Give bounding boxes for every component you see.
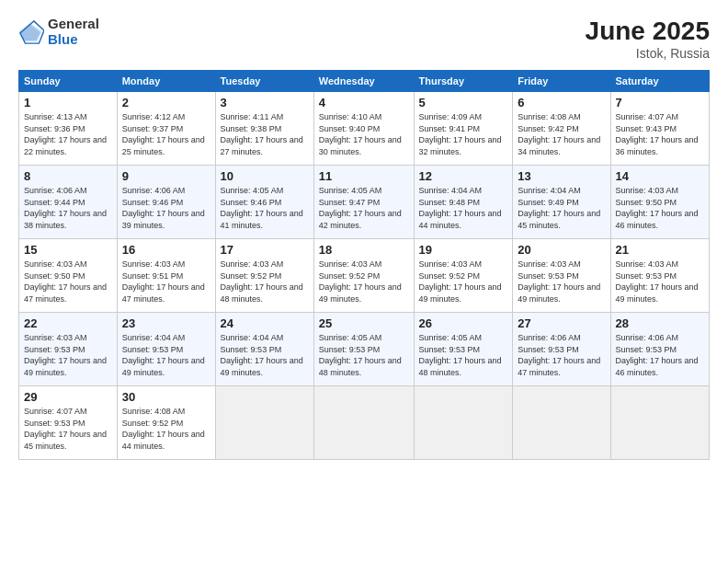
day-detail: Sunrise: 4:10 AMSunset: 9:40 PMDaylight:…	[319, 112, 402, 156]
day-detail: Sunrise: 4:03 AMSunset: 9:51 PMDaylight:…	[122, 259, 205, 304]
day-detail: Sunrise: 4:07 AMSunset: 9:43 PMDaylight:…	[616, 112, 699, 156]
day-number: 27	[518, 316, 605, 330]
day-number: 20	[518, 243, 605, 257]
day-detail: Sunrise: 4:06 AMSunset: 9:46 PMDaylight:…	[122, 186, 205, 230]
day-number: 2	[122, 96, 210, 109]
page: General Blue June 2025 Istok, Russia Sun…	[0, 0, 728, 563]
calendar-cell: 28 Sunrise: 4:06 AMSunset: 9:53 PMDaylig…	[610, 313, 710, 386]
calendar-cell: 16 Sunrise: 4:03 AMSunset: 9:51 PMDaylig…	[117, 239, 215, 313]
header-row: Sunday Monday Tuesday Wednesday Thursday…	[19, 71, 710, 92]
day-number: 28	[616, 316, 705, 330]
calendar-cell	[414, 386, 513, 460]
calendar-cell: 23 Sunrise: 4:04 AMSunset: 9:53 PMDaylig…	[117, 313, 215, 386]
day-detail: Sunrise: 4:03 AMSunset: 9:50 PMDaylight:…	[24, 259, 107, 304]
day-number: 17	[221, 243, 309, 257]
col-friday: Friday	[513, 71, 610, 92]
day-detail: Sunrise: 4:13 AMSunset: 9:36 PMDaylight:…	[24, 112, 107, 156]
day-detail: Sunrise: 4:04 AMSunset: 9:49 PMDaylight:…	[518, 186, 600, 230]
calendar-cell: 11 Sunrise: 4:05 AMSunset: 9:47 PMDaylig…	[313, 166, 414, 239]
logo-general-text: General	[48, 17, 99, 32]
calendar-table: Sunday Monday Tuesday Wednesday Thursday…	[18, 70, 710, 460]
day-number: 7	[616, 96, 705, 109]
calendar-cell: 30 Sunrise: 4:08 AMSunset: 9:52 PMDaylig…	[117, 386, 215, 460]
calendar-cell	[513, 386, 610, 460]
calendar-cell: 15 Sunrise: 4:03 AMSunset: 9:50 PMDaylig…	[19, 239, 118, 313]
day-detail: Sunrise: 4:09 AMSunset: 9:41 PMDaylight:…	[419, 112, 502, 156]
calendar-cell: 4 Sunrise: 4:10 AMSunset: 9:40 PMDayligh…	[313, 92, 414, 166]
day-number: 16	[122, 243, 210, 257]
calendar-cell	[610, 386, 710, 460]
day-detail: Sunrise: 4:05 AMSunset: 9:53 PMDaylight:…	[319, 333, 402, 377]
calendar-cell: 5 Sunrise: 4:09 AMSunset: 9:41 PMDayligh…	[414, 92, 513, 166]
day-number: 12	[419, 169, 508, 183]
day-number: 29	[24, 390, 112, 404]
day-number: 4	[319, 96, 409, 109]
day-number: 3	[221, 96, 309, 109]
day-detail: Sunrise: 4:04 AMSunset: 9:48 PMDaylight:…	[419, 186, 502, 230]
calendar-cell: 25 Sunrise: 4:05 AMSunset: 9:53 PMDaylig…	[313, 313, 414, 386]
day-number: 13	[518, 169, 605, 183]
col-wednesday: Wednesday	[313, 71, 414, 92]
day-detail: Sunrise: 4:05 AMSunset: 9:47 PMDaylight:…	[319, 186, 402, 230]
col-monday: Monday	[117, 71, 215, 92]
calendar-cell: 27 Sunrise: 4:06 AMSunset: 9:53 PMDaylig…	[513, 313, 610, 386]
calendar-cell: 29 Sunrise: 4:07 AMSunset: 9:53 PMDaylig…	[19, 386, 118, 460]
day-number: 8	[24, 169, 112, 183]
col-thursday: Thursday	[414, 71, 513, 92]
title-area: June 2025 Istok, Russia	[586, 17, 710, 61]
day-number: 25	[319, 316, 409, 330]
day-number: 24	[221, 316, 309, 330]
col-tuesday: Tuesday	[215, 71, 313, 92]
day-number: 19	[419, 243, 508, 257]
calendar-cell: 12 Sunrise: 4:04 AMSunset: 9:48 PMDaylig…	[414, 166, 513, 239]
day-detail: Sunrise: 4:03 AMSunset: 9:52 PMDaylight:…	[419, 259, 502, 304]
day-number: 22	[24, 316, 112, 330]
day-detail: Sunrise: 4:05 AMSunset: 9:53 PMDaylight:…	[419, 333, 502, 377]
month-title: June 2025	[586, 17, 710, 46]
calendar-cell: 20 Sunrise: 4:03 AMSunset: 9:53 PMDaylig…	[513, 239, 610, 313]
day-number: 26	[419, 316, 508, 330]
day-number: 10	[221, 169, 309, 183]
day-detail: Sunrise: 4:03 AMSunset: 9:52 PMDaylight:…	[221, 259, 303, 304]
day-detail: Sunrise: 4:03 AMSunset: 9:50 PMDaylight:…	[616, 186, 699, 230]
calendar-cell: 19 Sunrise: 4:03 AMSunset: 9:52 PMDaylig…	[414, 239, 513, 313]
svg-marker-2	[20, 24, 40, 40]
calendar-cell: 10 Sunrise: 4:05 AMSunset: 9:46 PMDaylig…	[215, 166, 313, 239]
calendar-cell: 2 Sunrise: 4:12 AMSunset: 9:37 PMDayligh…	[117, 92, 215, 166]
location: Istok, Russia	[586, 46, 710, 61]
calendar-cell: 7 Sunrise: 4:07 AMSunset: 9:43 PMDayligh…	[610, 92, 710, 166]
calendar-cell: 26 Sunrise: 4:05 AMSunset: 9:53 PMDaylig…	[414, 313, 513, 386]
week-row-5: 29 Sunrise: 4:07 AMSunset: 9:53 PMDaylig…	[19, 386, 710, 460]
day-number: 1	[24, 96, 112, 109]
day-detail: Sunrise: 4:12 AMSunset: 9:37 PMDaylight:…	[122, 112, 205, 156]
calendar-cell: 21 Sunrise: 4:03 AMSunset: 9:53 PMDaylig…	[610, 239, 710, 313]
day-number: 30	[122, 390, 210, 404]
calendar-cell	[313, 386, 414, 460]
calendar-cell: 14 Sunrise: 4:03 AMSunset: 9:50 PMDaylig…	[610, 166, 710, 239]
day-number: 5	[419, 96, 508, 109]
day-number: 21	[616, 243, 705, 257]
week-row-2: 8 Sunrise: 4:06 AMSunset: 9:44 PMDayligh…	[19, 166, 710, 239]
week-row-3: 15 Sunrise: 4:03 AMSunset: 9:50 PMDaylig…	[19, 239, 710, 313]
day-detail: Sunrise: 4:03 AMSunset: 9:52 PMDaylight:…	[319, 259, 402, 304]
logo: General Blue	[18, 17, 99, 47]
day-detail: Sunrise: 4:05 AMSunset: 9:46 PMDaylight:…	[221, 186, 303, 230]
day-detail: Sunrise: 4:07 AMSunset: 9:53 PMDaylight:…	[24, 407, 107, 451]
day-detail: Sunrise: 4:06 AMSunset: 9:44 PMDaylight:…	[24, 186, 107, 230]
logo-text: General Blue	[48, 17, 99, 47]
header: General Blue June 2025 Istok, Russia	[18, 17, 710, 61]
day-number: 18	[319, 243, 409, 257]
day-detail: Sunrise: 4:06 AMSunset: 9:53 PMDaylight:…	[518, 333, 600, 377]
calendar-cell: 1 Sunrise: 4:13 AMSunset: 9:36 PMDayligh…	[19, 92, 118, 166]
day-detail: Sunrise: 4:04 AMSunset: 9:53 PMDaylight:…	[122, 333, 205, 377]
calendar-cell: 8 Sunrise: 4:06 AMSunset: 9:44 PMDayligh…	[19, 166, 118, 239]
day-detail: Sunrise: 4:04 AMSunset: 9:53 PMDaylight:…	[221, 333, 303, 377]
logo-icon	[18, 19, 44, 45]
day-detail: Sunrise: 4:08 AMSunset: 9:42 PMDaylight:…	[518, 112, 600, 156]
calendar-cell: 3 Sunrise: 4:11 AMSunset: 9:38 PMDayligh…	[215, 92, 313, 166]
day-detail: Sunrise: 4:06 AMSunset: 9:53 PMDaylight:…	[616, 333, 699, 377]
day-detail: Sunrise: 4:03 AMSunset: 9:53 PMDaylight:…	[616, 259, 699, 304]
col-sunday: Sunday	[19, 71, 118, 92]
calendar-cell: 9 Sunrise: 4:06 AMSunset: 9:46 PMDayligh…	[117, 166, 215, 239]
day-number: 11	[319, 169, 409, 183]
